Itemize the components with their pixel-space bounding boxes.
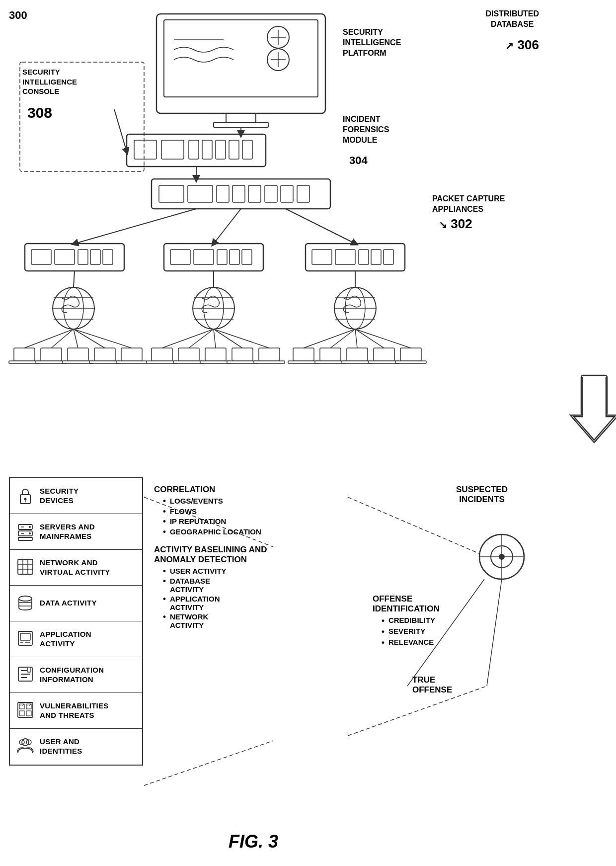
config-icon — [16, 666, 35, 685]
svg-rect-139 — [18, 559, 33, 574]
svg-rect-45 — [384, 250, 393, 264]
svg-point-3 — [267, 26, 289, 48]
svg-rect-33 — [103, 250, 113, 264]
svg-rect-21 — [188, 185, 213, 202]
svg-rect-80 — [254, 361, 285, 363]
svg-rect-87 — [374, 348, 394, 361]
category-item-users: USER AND IDENTITIES — [10, 729, 142, 765]
svg-rect-76 — [200, 361, 231, 363]
svg-rect-78 — [227, 361, 258, 363]
svg-rect-17 — [229, 140, 239, 159]
svg-line-101 — [74, 329, 78, 348]
svg-line-108 — [214, 329, 269, 348]
svg-rect-39 — [242, 250, 252, 264]
app-icon — [16, 630, 35, 649]
svg-rect-31 — [78, 250, 88, 264]
svg-rect-85 — [347, 348, 368, 361]
offense-item-2: RELEVANCE — [382, 638, 601, 648]
category-item-security-devices: SECURITY DEVICES — [10, 478, 142, 514]
category-item-network: NETWORK AND VIRTUAL ACTIVITY — [10, 550, 142, 586]
svg-rect-83 — [320, 348, 341, 361]
svg-rect-43 — [359, 250, 369, 264]
svg-line-106 — [214, 329, 216, 348]
svg-rect-71 — [152, 348, 172, 361]
sic-label: SECURITY INTELLIGENCE CONSOLE — [22, 67, 77, 96]
activity-item-2: APPLICATION ACTIVITY — [163, 595, 348, 611]
svg-line-100 — [51, 329, 74, 348]
category-box: SECURITY DEVICES SERVERS AND MAINFRAMES — [9, 477, 143, 766]
svg-rect-32 — [90, 250, 100, 264]
svg-rect-35 — [170, 250, 190, 264]
svg-line-99 — [24, 329, 74, 348]
svg-rect-16 — [216, 140, 226, 159]
vuln-icon — [16, 701, 35, 720]
svg-line-128 — [114, 109, 127, 152]
svg-rect-68 — [89, 361, 120, 363]
svg-rect-0 — [156, 14, 325, 113]
user-icon — [16, 737, 35, 756]
ref-300: 300 — [9, 9, 27, 22]
svg-rect-20 — [159, 185, 184, 202]
ifm-label: INCIDENT FORENSICS MODULE — [343, 114, 389, 145]
svg-rect-70 — [116, 361, 147, 363]
svg-rect-1 — [164, 20, 318, 97]
svg-rect-40 — [306, 244, 405, 271]
ref-308: 308 — [27, 104, 52, 121]
svg-rect-72 — [147, 361, 177, 363]
correlation-title: CORRELATION — [154, 485, 348, 495]
svg-point-133 — [29, 526, 31, 528]
category-item-vulnerabilities: VULNERABILITIES AND THREATS — [10, 693, 142, 729]
svg-point-130 — [24, 498, 27, 500]
svg-rect-26 — [281, 185, 293, 202]
svg-rect-9 — [226, 113, 256, 122]
db-icon — [16, 594, 35, 613]
svg-line-95 — [286, 209, 355, 244]
svg-rect-69 — [121, 348, 142, 361]
svg-point-46 — [53, 287, 94, 329]
svg-line-113 — [355, 329, 411, 348]
svg-rect-10 — [214, 122, 268, 127]
svg-rect-67 — [94, 348, 115, 361]
data-activity-label: DATA ACTIVITY — [40, 599, 97, 608]
svg-rect-27 — [297, 185, 309, 202]
suspected-incidents-label: SUSPECTED INCIDENTS — [363, 485, 601, 505]
network-label: NETWORK AND VIRTUAL ACTIVITY — [40, 558, 110, 577]
svg-rect-19 — [152, 179, 330, 209]
svg-rect-28 — [25, 244, 124, 271]
lock-icon — [16, 487, 35, 506]
distributed-db-label: DISTRIBUTED DATABASE — [485, 9, 539, 30]
svg-rect-160 — [26, 711, 31, 716]
svg-point-51 — [193, 287, 234, 329]
svg-rect-74 — [173, 361, 204, 363]
svg-rect-136 — [18, 537, 32, 540]
offense-item-1: SEVERITY — [382, 627, 601, 637]
svg-rect-89 — [400, 348, 421, 361]
servers-label: SERVERS AND MAINFRAMES — [40, 522, 95, 541]
svg-marker-126 — [570, 415, 616, 442]
svg-line-104 — [162, 329, 214, 348]
svg-line-102 — [74, 329, 105, 348]
svg-rect-12 — [134, 140, 156, 159]
configuration-label: CONFIGURATION INFORMATION — [40, 666, 104, 685]
svg-rect-64 — [36, 361, 67, 363]
svg-rect-11 — [127, 134, 266, 167]
svg-rect-86 — [342, 361, 373, 363]
pca-label: PACKET CAPTURE APPLIANCES — [432, 194, 505, 215]
svg-rect-84 — [315, 361, 346, 363]
offense-sub-items: CREDIBILITY SEVERITY RELEVANCE — [382, 616, 601, 648]
vulnerabilities-label: VULNERABILITIES AND THREATS — [40, 701, 109, 720]
activity-item-3: NETWORK ACTIVITY — [163, 612, 348, 629]
svg-rect-77 — [232, 348, 253, 361]
svg-rect-125 — [581, 375, 607, 415]
svg-rect-66 — [63, 361, 93, 363]
svg-point-57 — [345, 287, 365, 329]
svg-rect-15 — [202, 140, 212, 159]
svg-point-6 — [267, 49, 289, 71]
svg-point-52 — [204, 287, 224, 329]
server-icon — [16, 522, 35, 541]
svg-line-109 — [304, 329, 355, 348]
correlation-item-3: GEOGRAPHIC LOCATION — [163, 527, 348, 537]
offense-area: SUSPECTED INCIDENTS OFFENSE IDENTIFICATI… — [363, 485, 601, 695]
svg-point-144 — [19, 596, 32, 601]
svg-rect-82 — [288, 361, 319, 363]
